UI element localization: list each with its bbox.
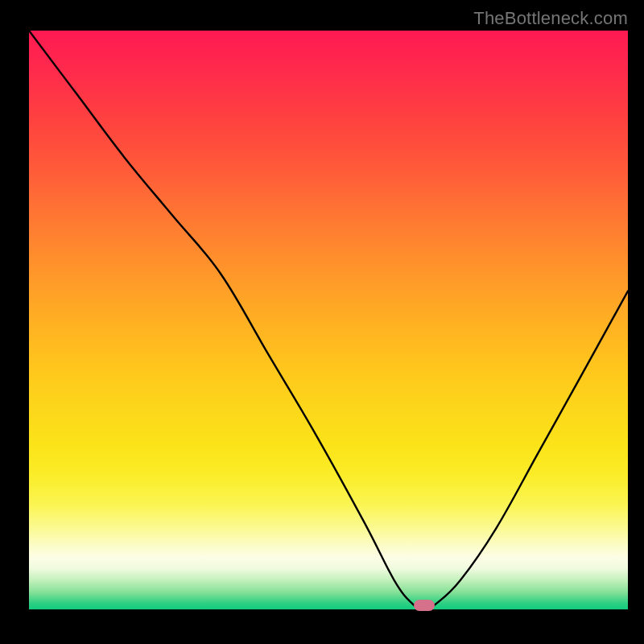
plot-area [29,31,628,609]
attribution-watermark: TheBottleneck.com [473,8,628,29]
chart-container: TheBottleneck.com [0,0,644,644]
optimum-marker [414,600,435,611]
bottleneck-curve [29,31,628,609]
